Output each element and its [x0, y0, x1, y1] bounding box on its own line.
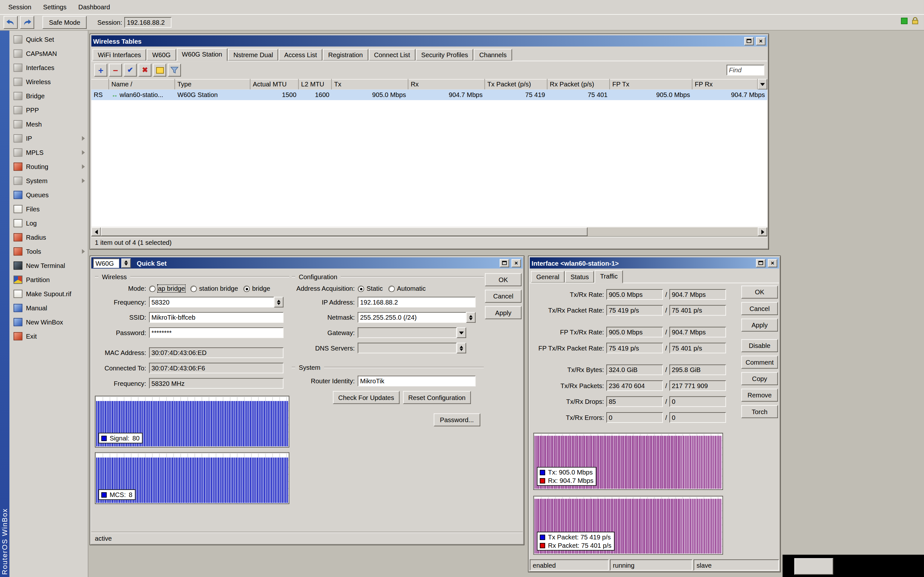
frequency-input[interactable]: 58320 [149, 297, 274, 308]
comment-button[interactable] [153, 64, 166, 76]
sidebar-item-bridge[interactable]: Bridge [9, 89, 88, 103]
column-fp-tx[interactable]: FP Tx [610, 79, 693, 90]
quick-set-titlebar[interactable]: W60G Quick Set × [91, 257, 523, 269]
password-input[interactable]: ******** [149, 327, 284, 338]
column-fp-rx[interactable]: FP Rx [693, 79, 758, 90]
gateway-input[interactable] [358, 327, 457, 338]
tab-status[interactable]: Status [565, 271, 594, 283]
copy-button[interactable]: Copy [741, 372, 778, 385]
table-row[interactable]: RS ↔wlan60-statio... W60G Station 1500 1… [91, 90, 767, 100]
scroll-left-button[interactable] [91, 227, 101, 236]
scrollbar-thumb[interactable] [101, 227, 587, 236]
torch-button[interactable]: Torch [741, 405, 778, 418]
find-input[interactable]: Find [727, 65, 764, 76]
cancel-button[interactable]: Cancel [741, 302, 778, 315]
column-name[interactable]: Name/ [109, 79, 175, 90]
column-selector-button[interactable] [758, 79, 767, 90]
ok-button[interactable]: OK [741, 285, 778, 298]
restore-button[interactable] [500, 259, 509, 267]
sidebar-item-log[interactable]: Log [9, 216, 88, 230]
dns-spinner[interactable] [457, 343, 466, 353]
comment-button[interactable]: Comment [741, 356, 778, 369]
password-dialog-button[interactable]: Password... [433, 413, 480, 426]
column-tx[interactable]: Tx [332, 79, 408, 90]
sidebar-item-tools[interactable]: Tools [9, 245, 88, 259]
tab-nstreme-dual[interactable]: Nstreme Dual [228, 49, 278, 61]
sidebar-item-ip[interactable]: IP [9, 131, 88, 145]
column-rx[interactable]: Rx [408, 79, 485, 90]
tab-traffic[interactable]: Traffic [595, 270, 623, 283]
safe-mode-button[interactable]: Safe Mode [42, 16, 87, 29]
sidebar-item-mpls[interactable]: MPLS [9, 145, 88, 160]
sidebar-item-new-winbox[interactable]: New WinBox [9, 315, 88, 329]
column-tx-packet[interactable]: Tx Packet (p/s) [485, 79, 547, 90]
menu-settings[interactable]: Settings [38, 2, 71, 12]
ip-address-input[interactable]: 192.168.88.2 [358, 297, 476, 308]
menu-dashboard[interactable]: Dashboard [74, 2, 115, 12]
wireless-tables-titlebar[interactable]: Wireless Tables × [91, 35, 767, 47]
horizontal-scrollbar[interactable] [91, 227, 767, 236]
column-actual-mtu[interactable]: Actual MTU [250, 79, 299, 90]
sidebar-item-quick-set[interactable]: Quick Set [9, 32, 88, 47]
sidebar-item-system[interactable]: System [9, 174, 88, 188]
check-for-updates-button[interactable]: Check For Updates [333, 391, 400, 404]
disable-button[interactable]: Disable [741, 339, 778, 352]
cancel-button[interactable]: Cancel [485, 290, 522, 303]
tab-w60g[interactable]: W60G [147, 49, 176, 61]
tab-access-list[interactable]: Access List [279, 49, 322, 61]
gateway-dropdown[interactable] [457, 327, 466, 338]
netmask-spinner[interactable] [466, 312, 475, 322]
apply-button[interactable]: Apply [741, 319, 778, 332]
column-flags[interactable] [91, 79, 109, 90]
sidebar-item-queues[interactable]: Queues [9, 188, 88, 202]
remove-button[interactable]: Remove [741, 389, 778, 401]
sidebar-item-capsman[interactable]: CAPsMAN [9, 47, 88, 61]
tab-w60g-station[interactable]: W60G Station [176, 48, 228, 61]
radio-ap-bridge[interactable]: ap bridge [149, 285, 185, 292]
filter-button[interactable] [168, 64, 181, 76]
column-l2-mtu[interactable]: L2 MTU [299, 79, 332, 90]
netmask-input[interactable]: 255.255.255.0 (/24) [358, 312, 466, 322]
apply-button[interactable]: Apply [485, 306, 522, 319]
restore-button[interactable] [744, 37, 754, 45]
tab-channels[interactable]: Channels [474, 49, 512, 61]
sidebar-item-ppp[interactable]: PPP [9, 103, 88, 117]
sidebar-item-mesh[interactable]: Mesh [9, 117, 88, 131]
radio-station-bridge[interactable]: station bridge [190, 285, 238, 292]
sidebar-item-wireless[interactable]: Wireless [9, 75, 88, 89]
column-rx-packet[interactable]: Rx Packet (p/s) [548, 79, 610, 90]
ok-button[interactable]: OK [485, 273, 522, 286]
tab-wifi-interfaces[interactable]: WiFi Interfaces [93, 49, 146, 61]
interface-titlebar[interactable]: Interface <wlan60-station-1> × [530, 257, 779, 269]
radio-bridge[interactable]: bridge [243, 285, 270, 292]
disable-button[interactable]: ✖ [139, 64, 152, 76]
sidebar-item-files[interactable]: Files [9, 202, 88, 216]
restore-button[interactable] [756, 259, 766, 267]
enable-button[interactable]: ✔ [124, 64, 137, 76]
sidebar-item-radius[interactable]: Radius [9, 230, 88, 245]
ssid-input[interactable]: MikroTik-bffceb [149, 312, 284, 322]
add-button[interactable]: + [94, 64, 107, 76]
router-identity-input[interactable]: MikroTik [358, 376, 476, 386]
sidebar-item-manual[interactable]: Manual [9, 301, 88, 315]
sidebar-item-exit[interactable]: Exit [9, 329, 88, 343]
mode-selector-value[interactable]: W60G [93, 258, 119, 268]
sidebar-item-new-terminal[interactable]: New Terminal [9, 259, 88, 273]
scroll-right-button[interactable] [758, 227, 767, 236]
tab-registration[interactable]: Registration [323, 49, 368, 61]
sidebar-item-routing[interactable]: Routing [9, 160, 88, 174]
dns-input[interactable] [358, 343, 457, 353]
close-button[interactable]: × [756, 37, 766, 45]
sidebar-item-partition[interactable]: Partition [9, 273, 88, 287]
close-button[interactable]: × [512, 259, 521, 267]
column-type[interactable]: Type [175, 79, 250, 90]
tab-security-profiles[interactable]: Security Profiles [416, 49, 473, 61]
radio-static[interactable]: Static [358, 285, 383, 292]
mode-selector-dropdown[interactable] [121, 258, 131, 268]
redo-button[interactable] [20, 16, 34, 29]
reset-configuration-button[interactable]: Reset Configuration [403, 391, 471, 404]
frequency-spinner[interactable] [274, 297, 283, 308]
session-address-field[interactable]: 192.168.88.2 [124, 17, 172, 27]
tab-connect-list[interactable]: Connect List [369, 49, 415, 61]
sidebar-item-interfaces[interactable]: Interfaces [9, 61, 88, 75]
